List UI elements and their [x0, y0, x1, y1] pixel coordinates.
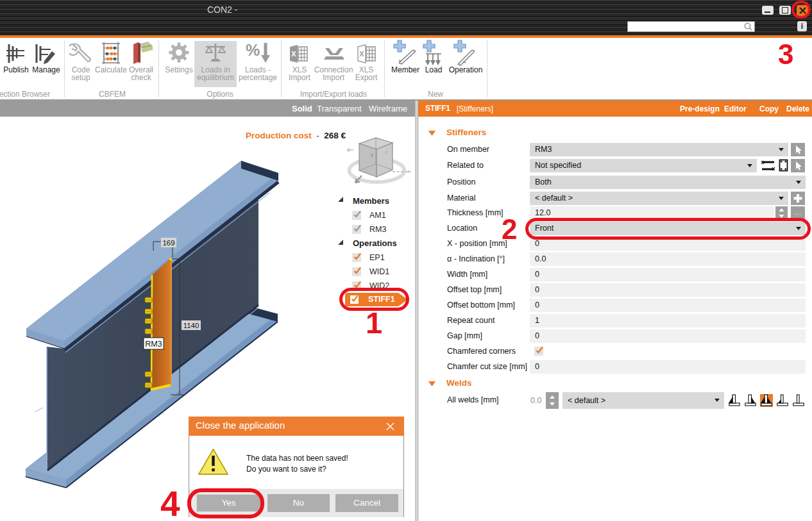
svg-text:Y: Y — [370, 153, 374, 159]
svg-text:1140: 1140 — [183, 322, 199, 329]
svg-text:RM3: RM3 — [145, 340, 162, 349]
svg-text:169: 169 — [162, 239, 174, 247]
svg-text:J: J — [385, 149, 387, 155]
